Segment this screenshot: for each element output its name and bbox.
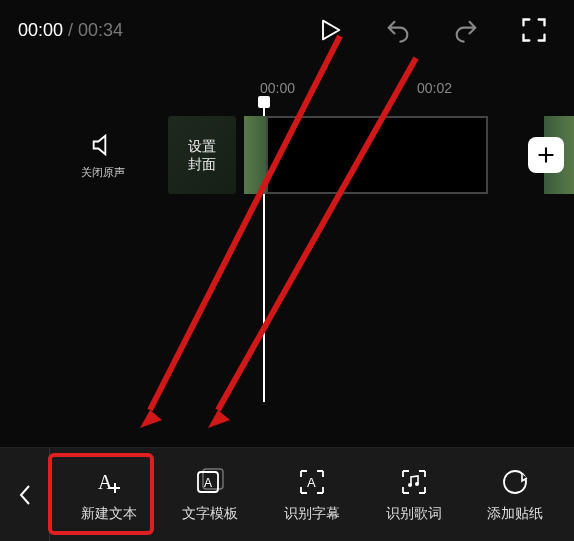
timeline-area[interactable]: 00:00 00:02 关闭原声 设置 封面: [0, 60, 574, 230]
video-clip[interactable]: [266, 116, 488, 194]
undo-icon: [384, 16, 412, 44]
cover-line2: 封面: [188, 155, 216, 173]
top-bar: 00:00 / 00:34: [0, 0, 574, 60]
text-template-icon: A: [195, 467, 225, 497]
tool-label: 识别字幕: [284, 505, 340, 523]
recognize-lyrics-icon: [399, 467, 429, 497]
time-mark: 00:02: [417, 80, 574, 96]
undo-button[interactable]: [376, 8, 420, 52]
speaker-icon: [89, 131, 117, 159]
track-row: 关闭原声 设置 封面: [0, 116, 574, 194]
set-cover-button[interactable]: 设置 封面: [168, 116, 236, 194]
svg-point-6: [415, 482, 419, 486]
recognize-subtitle-icon: A: [297, 467, 327, 497]
redo-button[interactable]: [444, 8, 488, 52]
plus-icon: [536, 145, 556, 165]
mute-label: 关闭原声: [81, 165, 125, 180]
time-sep: /: [63, 20, 78, 40]
svg-text:A: A: [98, 471, 113, 493]
add-clip-button[interactable]: [528, 137, 564, 173]
back-button[interactable]: [0, 448, 50, 542]
time-marks: 00:00 00:02: [0, 80, 574, 96]
tool-label: 添加贴纸: [487, 505, 543, 523]
tool-label: 识别歌词: [386, 505, 442, 523]
time-current: 00:00: [18, 20, 63, 40]
svg-marker-9: [140, 410, 162, 428]
svg-text:A: A: [204, 476, 212, 490]
svg-text:A: A: [307, 475, 316, 490]
redo-icon: [452, 16, 480, 44]
tool-label: 新建文本: [81, 505, 137, 523]
recognize-lyrics-button[interactable]: 识别歌词: [370, 467, 458, 523]
new-text-button[interactable]: A 新建文本: [65, 467, 153, 523]
cover-line1: 设置: [188, 137, 216, 155]
svg-point-5: [408, 483, 412, 487]
tool-label: 文字模板: [182, 505, 238, 523]
time-mark: 00:00: [260, 80, 417, 96]
svg-marker-11: [208, 410, 230, 428]
play-icon: [316, 16, 344, 44]
video-track[interactable]: [244, 116, 574, 194]
text-template-button[interactable]: A 文字模板: [166, 467, 254, 523]
time-display: 00:00 / 00:34: [18, 20, 123, 41]
new-text-icon: A: [94, 467, 124, 497]
chevron-left-icon: [18, 484, 32, 506]
fullscreen-button[interactable]: [512, 8, 556, 52]
fullscreen-icon: [520, 16, 548, 44]
add-sticker-button[interactable]: 添加贴纸: [471, 467, 559, 523]
sticker-icon: [500, 467, 530, 497]
mute-original-audio[interactable]: 关闭原声: [58, 131, 148, 180]
recognize-subtitle-button[interactable]: A 识别字幕: [268, 467, 356, 523]
play-button[interactable]: [308, 8, 352, 52]
time-total: 00:34: [78, 20, 123, 40]
bottom-toolbar: A 新建文本 A 文字模板 A 识别字幕 识别歌词 添加贴纸: [0, 447, 574, 541]
